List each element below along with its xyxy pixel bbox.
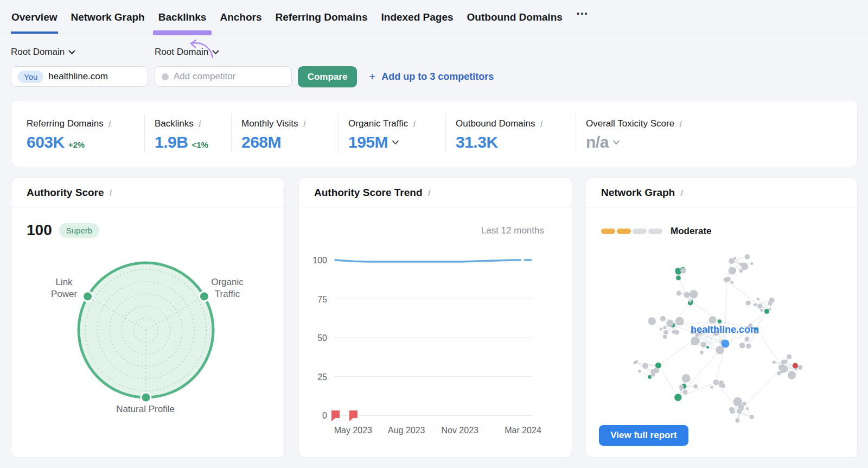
authority-score-radar-chart: LinkPowerOrganicTrafficNatural Profile (11, 222, 285, 468)
target-domain-field[interactable]: You (11, 66, 148, 87)
add-competitors-link[interactable]: + Add up to 3 competitors (369, 70, 494, 83)
info-icon[interactable]: i (108, 119, 111, 129)
svg-text:Aug 2023: Aug 2023 (388, 426, 425, 435)
svg-text:25: 25 (317, 372, 327, 382)
plus-icon: + (369, 70, 375, 83)
svg-text:50: 50 (317, 333, 327, 343)
competitor-input[interactable] (174, 71, 244, 82)
authority-score-trend-chart: 0255075100May 2023Aug 2023Nov 2023Mar 20… (299, 207, 573, 458)
more-tabs-button[interactable]: ⋯ (576, 0, 589, 34)
svg-text:LinkPower: LinkPower (51, 277, 78, 299)
svg-text:OrganicTraffic: OrganicTraffic (211, 277, 244, 299)
metric-value: 31.3K (456, 133, 498, 151)
you-badge: You (18, 71, 43, 83)
metric-toxicity-score: Overall Toxicity Scorei n/a (576, 114, 842, 153)
report-tabs: Overview Network Graph Backlinks Anchors… (0, 0, 868, 34)
info-icon[interactable]: i (412, 119, 415, 129)
network-graph-visualization: healthline.com (586, 207, 858, 458)
chevron-down-icon[interactable] (612, 140, 620, 145)
metrics-summary-card: Referring Domainsi 603K+2% Backlinksi 1.… (11, 100, 858, 167)
compare-button[interactable]: Compare (298, 66, 357, 87)
metric-value: 1.9B (155, 133, 188, 151)
svg-text:Natural Profile: Natural Profile (116, 404, 175, 414)
svg-text:healthline.com: healthline.com (691, 324, 759, 335)
metric-outbound-domains: Outbound Domainsi 31.3K (445, 114, 576, 153)
info-icon[interactable]: i (427, 188, 430, 198)
tab-overview[interactable]: Overview (11, 1, 58, 34)
metric-value: n/a (586, 133, 609, 151)
info-icon[interactable]: i (109, 188, 112, 198)
svg-text:0: 0 (322, 411, 327, 420)
svg-text:Mar 2024: Mar 2024 (505, 426, 541, 435)
svg-text:Nov 2023: Nov 2023 (441, 426, 478, 435)
authority-score-card: Authority Score i 100 Superb LinkPowerOr… (11, 178, 285, 458)
metric-monthly-visits: Monthly Visitsi 268M (231, 114, 338, 153)
metric-organic-traffic: Organic Traffici 195M (338, 114, 445, 153)
chevron-down-icon (212, 50, 219, 55)
tab-indexed-pages[interactable]: Indexed Pages (381, 1, 454, 34)
metric-delta: +2% (68, 140, 85, 149)
metric-backlinks: Backlinksi 1.9B<1% (144, 114, 231, 153)
chevron-down-icon (68, 50, 75, 55)
view-full-report-button[interactable]: View full report (599, 425, 688, 446)
authority-score-trend-card: Authority Score Trend i Last 12 months 0… (298, 178, 572, 458)
card-title: Network Graph (601, 187, 675, 199)
tab-outbound-domains[interactable]: Outbound Domains (467, 1, 563, 34)
metric-value: 195M (348, 133, 388, 151)
tab-backlinks[interactable]: Backlinks (158, 1, 207, 34)
svg-text:100: 100 (312, 256, 327, 265)
info-icon[interactable]: i (303, 119, 305, 129)
svg-text:May 2023: May 2023 (334, 426, 372, 435)
card-title: Authority Score Trend (314, 187, 423, 199)
network-graph-card: Network Graph i Moderate healthline.com … (585, 178, 858, 458)
competitor-field[interactable] (155, 66, 292, 87)
info-icon[interactable]: i (198, 119, 201, 129)
card-title: Authority Score (27, 187, 104, 199)
svg-text:75: 75 (317, 295, 327, 304)
metric-delta: <1% (192, 140, 208, 149)
tab-anchors[interactable]: Anchors (219, 1, 262, 34)
tab-referring-domains[interactable]: Referring Domains (275, 1, 368, 34)
target-scope-select[interactable]: Root Domain (11, 47, 75, 58)
metric-value: 603K (27, 133, 65, 151)
metric-referring-domains: Referring Domainsi 603K+2% (27, 114, 144, 153)
info-icon[interactable]: i (680, 188, 682, 198)
tab-network-graph[interactable]: Network Graph (71, 1, 145, 34)
chevron-down-icon[interactable] (392, 140, 399, 145)
competitor-scope-select[interactable]: Root Domain (155, 47, 219, 58)
metric-value: 268M (241, 133, 281, 151)
info-icon[interactable]: i (539, 119, 542, 129)
target-domain-input[interactable] (48, 71, 119, 82)
info-icon[interactable]: i (679, 119, 681, 129)
competitor-color-dot-icon (162, 73, 169, 80)
